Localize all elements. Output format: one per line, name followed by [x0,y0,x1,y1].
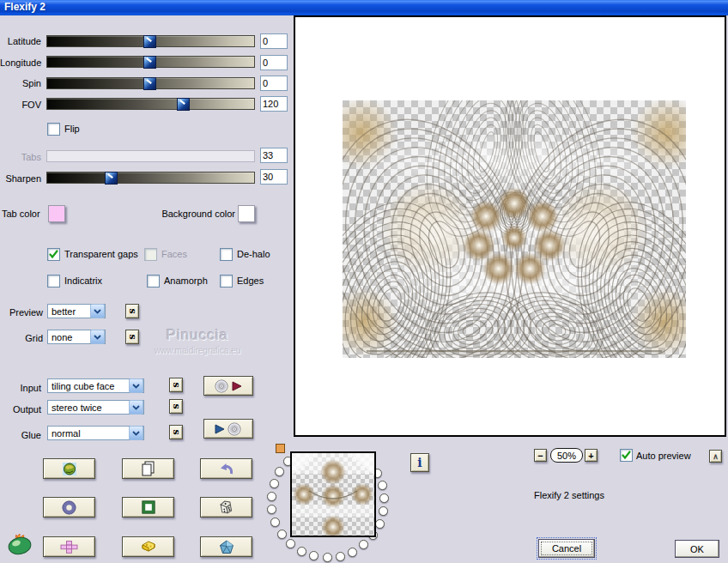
longitude-slider-thumb[interactable] [143,56,156,69]
longitude-slider[interactable] [46,56,255,68]
input-settings-button[interactable]: s [169,378,183,392]
save-to-disc-button[interactable] [203,419,253,439]
glue-dropdown-value: normal [52,428,129,439]
cube-net-button[interactable] [43,536,95,557]
longitude-label: Longitude [0,58,41,68]
glue-dial-dot[interactable] [359,540,368,549]
glue-dial-dot[interactable] [267,492,276,501]
glue-dropdown[interactable]: normal [47,426,144,440]
square-frame-icon [142,500,155,514]
dice-button[interactable] [200,497,252,518]
edges-checkbox[interactable] [220,275,233,288]
preview-dropdown[interactable]: better [47,304,106,318]
grid-dropdown-label: Grid [0,333,43,343]
sharpen-slider[interactable] [46,172,255,184]
polyhedron-button[interactable] [200,536,252,557]
output-settings-button[interactable]: s [169,399,183,414]
cd-icon [228,422,242,436]
sharpen-slider-thumb[interactable] [105,172,118,185]
spin-slider[interactable] [46,77,255,89]
zoom-in-button[interactable]: + [585,449,598,462]
flip-checkbox[interactable] [47,123,60,136]
preview-dropdown-label: Preview [0,307,43,318]
tabs-value-field[interactable] [260,148,288,163]
glue-dial-dot[interactable] [348,548,357,557]
caret-up-icon: ∧ [713,452,719,461]
flaming-pear-logo[interactable] [3,531,38,563]
output-dropdown-label: Output [0,404,41,415]
chevron-down-icon[interactable] [90,330,105,344]
watermark-name: Pinuccia [129,327,266,344]
tabs-label: Tabs [0,152,41,162]
grid-dropdown[interactable]: none [47,330,106,344]
background-color-swatch[interactable] [238,205,255,222]
spin-slider-thumb[interactable] [143,77,156,90]
thumbnail-preview[interactable] [290,451,376,537]
pages-icon [141,461,155,476]
globe-button[interactable] [43,458,95,479]
glue-dial-dot[interactable] [275,467,284,476]
glue-dial-dot[interactable] [277,530,287,539]
output-dropdown[interactable]: stereo twice [47,400,144,415]
glue-dial-dot[interactable] [270,518,280,527]
glue-dial-dot[interactable] [375,519,385,529]
info-button[interactable]: i [410,453,429,472]
glue-dial-dot[interactable] [336,552,345,561]
fov-slider-thumb[interactable] [177,98,190,111]
anamorph-checkbox[interactable] [147,275,160,288]
frame-button[interactable] [122,497,174,518]
glue-dial-dot[interactable] [379,493,389,503]
zoom-out-button[interactable]: − [534,449,547,462]
glue-dial-marker[interactable] [276,444,285,453]
chevron-down-icon[interactable] [129,378,143,393]
chevron-down-icon[interactable] [90,304,105,318]
latitude-slider-thumb[interactable] [143,35,156,48]
pages-button[interactable] [122,458,174,479]
de-halo-checkbox[interactable] [220,248,233,261]
fov-value-field[interactable] [260,96,288,112]
settings-name-text: Flexify 2 settings [534,490,604,500]
s-glyph: s [170,429,181,434]
glue-dial-dot[interactable] [378,481,387,490]
glue-dial-dot[interactable] [297,547,306,556]
sharpen-value-field[interactable] [260,169,288,185]
glue-settings-button[interactable]: s [169,425,183,439]
cancel-button[interactable]: Cancel [538,539,595,558]
latitude-value-field[interactable] [260,33,288,49]
torus-button[interactable] [43,497,95,518]
torus-icon [62,500,76,515]
background-color-label: Background color [156,209,235,219]
fov-slider[interactable] [46,98,255,110]
globe-icon [62,462,77,476]
title-bar[interactable]: Flexify 2 [0,0,728,15]
cheese-button[interactable] [122,536,174,557]
glue-dial-dot[interactable] [270,479,279,488]
glue-dial-dot[interactable] [286,539,295,548]
load-from-disc-button[interactable] [203,376,253,396]
glue-dial-dot[interactable] [309,551,318,560]
input-dropdown[interactable]: tiling cube face [47,378,144,393]
collapse-button[interactable]: ∧ [709,450,722,463]
longitude-value-field[interactable] [260,55,288,70]
auto-preview-checkbox[interactable] [620,449,633,462]
spin-value-field[interactable] [260,76,288,91]
glue-dial-dot[interactable] [379,506,388,516]
spin-label: Spin [0,78,41,88]
auto-preview-label: Auto preview [636,451,691,461]
play-triangle-icon [215,424,225,434]
glue-dial-dot[interactable] [267,505,276,514]
minus-icon: − [537,451,543,461]
undo-button[interactable] [200,458,252,479]
indicatrix-checkbox[interactable] [47,275,60,288]
chevron-down-icon[interactable] [129,426,143,440]
transparent-gaps-checkbox[interactable] [47,248,60,261]
input-dropdown-label: Input [0,383,41,393]
tab-color-swatch[interactable] [48,205,65,222]
chevron-down-icon[interactable] [129,400,143,415]
edges-label: Edges [237,275,264,286]
glue-dial-dot[interactable] [323,553,332,562]
latitude-slider[interactable] [46,35,255,47]
cheese-icon [140,540,157,554]
ok-button[interactable]: OK [675,540,719,558]
preview-settings-button[interactable]: s [125,304,139,318]
